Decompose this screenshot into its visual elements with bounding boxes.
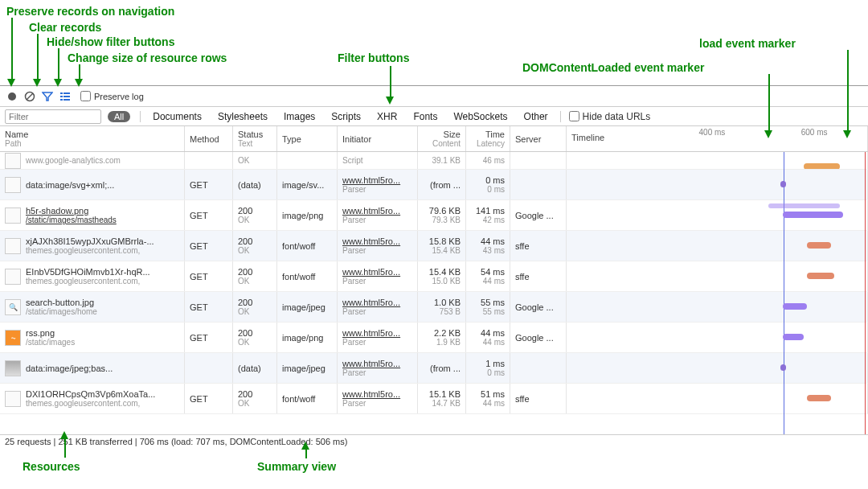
- filter-xhr[interactable]: XHR: [370, 111, 404, 122]
- annot-preserve: Preserve records on navigation: [6, 5, 174, 18]
- table-row[interactable]: data:image/jpeg;bas... (data) image/jpeg…: [0, 353, 868, 384]
- table-row[interactable]: h5r-shadow.png/static/images/mastheads G…: [0, 200, 868, 231]
- filter-scripts[interactable]: Scripts: [324, 111, 368, 122]
- filter-input[interactable]: [5, 109, 101, 124]
- table-row[interactable]: xjAJXh38I15wypJXxuGMBrrla-...themes.goog…: [0, 231, 868, 261]
- svg-rect-4: [63, 92, 70, 94]
- table-row[interactable]: DXI1ORHCpsQm3Vp6mXoaTa...themes.googleus…: [0, 384, 868, 414]
- annot-filter-buttons: Filter buttons: [338, 51, 409, 64]
- table-row[interactable]: EInbV5DfGHOiMmvb1Xr-hqR...themes.googleu…: [0, 261, 868, 292]
- summary-bar: 25 requests | 251 KB transferred | 706 m…: [0, 434, 868, 449]
- filter-bar: All Documents Stylesheets Images Scripts…: [0, 107, 868, 126]
- annot-clear: Clear records: [29, 21, 101, 34]
- network-panel: Preserve log All Documents Stylesheets I…: [0, 85, 868, 449]
- filter-images[interactable]: Images: [276, 111, 322, 122]
- filter-stylesheets[interactable]: Stylesheets: [211, 111, 275, 122]
- filter-other[interactable]: Other: [517, 111, 555, 122]
- column-headers[interactable]: NamePath Method StatusText Type Initiato…: [0, 126, 868, 152]
- hide-data-urls-checkbox[interactable]: Hide data URLs: [569, 111, 651, 122]
- svg-rect-3: [60, 92, 63, 94]
- toolbar: Preserve log: [0, 86, 868, 107]
- svg-rect-6: [63, 96, 70, 97]
- annot-row-size: Change size of resource rows: [68, 51, 227, 64]
- annot-dcl: DOMContentLoaded event marker: [522, 61, 704, 74]
- filter-documents[interactable]: Documents: [145, 111, 209, 122]
- row-size-icon[interactable]: [58, 89, 72, 104]
- table-row[interactable]: ⏦rss.png/static/images GET 200OK image/p…: [0, 323, 868, 353]
- table-row[interactable]: www.google-analytics.com OK Script 39.1 …: [0, 152, 868, 170]
- svg-point-0: [8, 92, 16, 101]
- clear-icon[interactable]: [23, 89, 37, 104]
- filter-toggle-icon[interactable]: [40, 89, 55, 104]
- annot-resources: Resources: [23, 460, 80, 473]
- svg-rect-8: [63, 99, 70, 101]
- filter-all-pill[interactable]: All: [108, 111, 130, 122]
- table-row[interactable]: data:image/svg+xml;... GET (data) image/…: [0, 170, 868, 200]
- table-row[interactable]: 🔍search-button.jpg/static/images/home GE…: [0, 292, 868, 323]
- annot-summary: Summary view: [257, 460, 336, 473]
- preserve-log-checkbox[interactable]: Preserve log: [80, 91, 144, 101]
- svg-rect-7: [60, 99, 63, 101]
- filter-websockets[interactable]: WebSockets: [446, 111, 514, 122]
- filter-fonts[interactable]: Fonts: [406, 111, 444, 122]
- svg-rect-5: [60, 96, 63, 97]
- request-rows: www.google-analytics.com OK Script 39.1 …: [0, 152, 868, 414]
- record-icon[interactable]: [5, 89, 19, 104]
- annot-hide-filter: Hide/show filter buttons: [47, 35, 174, 48]
- svg-line-2: [27, 93, 33, 100]
- annot-load: load event marker: [699, 37, 796, 50]
